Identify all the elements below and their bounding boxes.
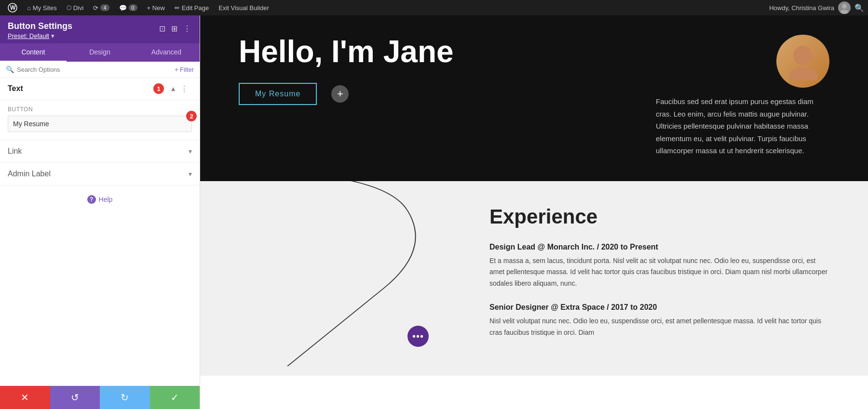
panel-header-icons: ⊡ ⊞ ⋮ <box>158 23 192 34</box>
exp-item-2-desc: Nisl velit volutpat nunc nec. Odio leo e… <box>489 316 829 339</box>
exp-item-1: Design Lead @ Monarch Inc. / 2020 to Pre… <box>489 243 829 290</box>
wp-admin-bar: W ⌂ My Sites ⬡ Divi ⟳ 4 💬 0 + New ✏ Edit… <box>0 0 868 15</box>
avatar <box>776 35 829 88</box>
hero-right: Faucibus sed sed erat ipsum purus egesta… <box>656 35 829 157</box>
panel-tabs: Content Design Advanced <box>0 43 200 62</box>
save-button[interactable]: ✓ <box>150 386 200 409</box>
add-element-button[interactable]: + <box>331 85 349 103</box>
karma-icon: ⟳ <box>93 4 98 12</box>
help-label: Help <box>99 196 113 203</box>
hero-description: Faucibus sed sed erat ipsum purus egesta… <box>656 95 829 157</box>
avatar <box>838 1 851 14</box>
tab-advanced[interactable]: Advanced <box>133 43 200 62</box>
svg-point-4 <box>793 46 813 65</box>
divi-icon: ⬡ <box>67 4 71 11</box>
svg-point-3 <box>841 10 848 14</box>
page-preview: Hello, I'm Jane My Resume + Faucibus sed… <box>200 15 868 409</box>
main-layout: Button Settings Preset: Default ▾ ⊡ ⊞ ⋮ … <box>0 15 868 409</box>
new-item[interactable]: + New <box>143 0 169 15</box>
columns-icon[interactable]: ⊞ <box>170 23 178 34</box>
admin-label-section-title: Admin Label <box>8 170 189 178</box>
comments-item[interactable]: 💬 0 <box>115 0 141 15</box>
minimize-icon[interactable]: ⊡ <box>158 23 166 34</box>
hero-left: Hello, I'm Jane My Resume + <box>239 35 627 105</box>
experience-section: ••• Experience Design Lead @ Monarch Inc… <box>200 181 868 376</box>
help-icon: ? <box>87 195 96 204</box>
panel-title: Button Settings <box>8 21 72 31</box>
svg-point-5 <box>788 67 817 80</box>
search-input[interactable] <box>17 66 172 73</box>
wp-logo-item[interactable]: W <box>4 0 21 15</box>
divi-item[interactable]: ⬡ Divi <box>63 0 88 15</box>
panel-preset: Preset: Default ▾ <box>8 32 72 40</box>
input-badge-2: 2 <box>186 111 197 121</box>
karma-item[interactable]: ⟳ 4 <box>89 0 113 15</box>
comments-icon: 💬 <box>119 4 127 12</box>
help-area[interactable]: ? Help <box>0 185 200 213</box>
curve-svg <box>200 181 432 367</box>
admin-label-section-header[interactable]: Admin Label ▾ <box>0 163 200 185</box>
text-section-header[interactable]: Text 1 ▲ ⋮ <box>0 78 200 100</box>
link-section-title: Link <box>8 147 189 156</box>
bottom-toolbar: ✕ ↺ ↻ ✓ <box>0 386 200 409</box>
text-section-content: Button 2 <box>0 100 200 140</box>
panel-header: Button Settings Preset: Default ▾ ⊡ ⊞ ⋮ <box>0 15 200 43</box>
text-section-more[interactable]: ⋮ <box>180 84 188 93</box>
search-icon: 🔍 <box>6 66 14 73</box>
more-icon[interactable]: ⋮ <box>182 23 192 34</box>
my-sites-item[interactable]: ⌂ My Sites <box>23 0 61 15</box>
link-section-header[interactable]: Link ▾ <box>0 140 200 163</box>
home-icon: ⌂ <box>27 4 31 12</box>
svg-text:W: W <box>10 4 16 11</box>
button-text-input[interactable] <box>8 116 192 132</box>
exp-left-graphic <box>200 181 441 376</box>
exp-item-1-title: Design Lead @ Monarch Inc. / 2020 to Pre… <box>489 243 829 251</box>
svg-point-2 <box>842 4 847 9</box>
edit-page-item[interactable]: ✏ Edit Page <box>171 0 213 15</box>
text-section-badge: 1 <box>153 83 164 94</box>
button-field-label: Button <box>8 106 192 113</box>
cancel-button[interactable]: ✕ <box>0 386 50 409</box>
left-panel: Button Settings Preset: Default ▾ ⊡ ⊞ ⋮ … <box>0 15 200 409</box>
admin-label-section-chevron: ▾ <box>189 170 192 178</box>
search-icon[interactable]: 🔍 <box>854 3 864 13</box>
link-section-chevron: ▾ <box>189 147 192 155</box>
tab-content[interactable]: Content <box>0 43 67 62</box>
hero-button-area: My Resume + <box>239 83 349 105</box>
filter-button[interactable]: + Filter <box>175 66 194 73</box>
dots-icon: ••• <box>412 331 424 342</box>
exp-item-2: Senior Designer @ Extra Space / 2017 to … <box>489 303 829 339</box>
hero-resume-button[interactable]: My Resume <box>239 83 317 105</box>
hero-section: Hello, I'm Jane My Resume + Faucibus sed… <box>200 15 868 181</box>
redo-button[interactable]: ↻ <box>100 386 150 409</box>
pencil-icon: ✏ <box>175 4 180 12</box>
panel-body: Text 1 ▲ ⋮ Button 2 Link ▾ Ad <box>0 78 200 386</box>
search-area: 🔍 + Filter <box>0 62 200 78</box>
howdy-text: Howdy, Christina Gwira <box>769 4 834 12</box>
text-section-title: Text <box>8 84 150 93</box>
exp-item-2-title: Senior Designer @ Extra Space / 2017 to … <box>489 303 829 312</box>
exp-content: Experience Design Lead @ Monarch Inc. / … <box>489 205 829 339</box>
exit-builder-item[interactable]: Exit Visual Builder <box>215 0 273 15</box>
tab-design[interactable]: Design <box>67 43 133 62</box>
exp-item-1-desc: Et a massa a, sem lacus, tincidunt porta… <box>489 255 829 290</box>
text-section-chevron-up: ▲ <box>170 85 176 92</box>
hero-title: Hello, I'm Jane <box>239 35 454 68</box>
experience-title: Experience <box>489 205 829 228</box>
undo-button[interactable]: ↺ <box>50 386 100 409</box>
